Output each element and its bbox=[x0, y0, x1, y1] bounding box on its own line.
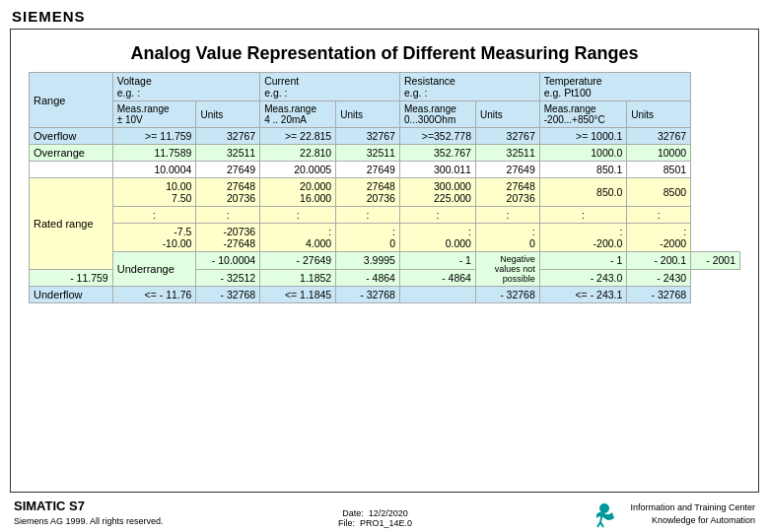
footer-left: SIMATIC S7 Siemens AG 1999. All rights r… bbox=[14, 498, 164, 528]
underflow-v-val: <= - 11.76 bbox=[112, 287, 196, 303]
underrange-r-negative: Negative values not possible bbox=[475, 252, 539, 287]
overrange-c-val: 22.810 bbox=[260, 145, 336, 162]
rated-r-dot-unit: : bbox=[475, 207, 539, 224]
overflow-r-val: >=352.778 bbox=[399, 128, 475, 145]
svg-line-3 bbox=[600, 522, 603, 527]
blank-t-val: 850.1 bbox=[539, 162, 627, 178]
siemens-logo: SIEMENS bbox=[12, 8, 86, 25]
underrange-c-val2: 1.1852 bbox=[260, 269, 336, 287]
overrange-t-val: 1000.0 bbox=[539, 145, 627, 162]
info-line1: Information and Training Center bbox=[630, 501, 755, 514]
rated-r-unit3: :0 bbox=[475, 224, 539, 252]
voltage-meas-header: Meas.range± 10V bbox=[112, 101, 196, 128]
rated-t-dot-unit: : bbox=[627, 207, 691, 224]
underrange-c-unit1: - 1 bbox=[399, 252, 475, 270]
temperature-header: Temperaturee.g. Pt100 bbox=[539, 73, 690, 101]
underrange-t-val1: - 200.1 bbox=[627, 252, 691, 270]
underflow-v-unit: - 32768 bbox=[196, 287, 260, 303]
svg-point-0 bbox=[599, 503, 609, 513]
rated-c-val3: :4.000 bbox=[260, 224, 336, 252]
overrange-v-val: 11.7589 bbox=[112, 145, 196, 162]
file-val: PRO1_14E.0 bbox=[360, 518, 412, 528]
rated-c-dot: : bbox=[260, 207, 336, 224]
temperature-units-header: Units bbox=[627, 101, 691, 128]
footer-logo-icon bbox=[587, 500, 622, 528]
rated-row1: Rated range 10.007.50 2764820736 20.0001… bbox=[30, 178, 740, 207]
page: SIEMENS Analog Value Representation of D… bbox=[0, 0, 769, 532]
footer-right-group: Information and Training Center Knowledg… bbox=[587, 500, 755, 528]
rated-c-unit3: :0 bbox=[336, 224, 400, 252]
rated-v-unit1: 2764820736 bbox=[196, 178, 260, 207]
blank-v-val: 10.0004 bbox=[112, 162, 196, 178]
rated-v-val3: -7.5-10.00 bbox=[112, 224, 196, 252]
blank-t-unit: 8501 bbox=[627, 162, 691, 178]
rated-c-dot-unit: : bbox=[336, 207, 400, 224]
underflow-r-val bbox=[399, 287, 475, 303]
overflow-row: Overflow >= 11.759 32767 >= 22.815 32767… bbox=[30, 128, 740, 145]
blank-r-unit: 27649 bbox=[475, 162, 539, 178]
file-row: File: PRO1_14E.0 bbox=[338, 518, 412, 528]
resistance-meas-header: Meas.range0...300Ohm bbox=[399, 101, 475, 128]
overflow-c-unit: 32767 bbox=[336, 128, 400, 145]
main-content: Analog Value Representation of Different… bbox=[10, 29, 759, 493]
range-header: Range bbox=[30, 73, 113, 128]
underrange-v-val2: - 11.759 bbox=[30, 269, 113, 287]
temperature-meas-header: Meas.range-200...+850°C bbox=[539, 101, 627, 128]
footer: SIMATIC S7 Siemens AG 1999. All rights r… bbox=[0, 493, 769, 532]
rated-t-dot: : bbox=[539, 207, 627, 224]
rated-t-unit3: :-2000 bbox=[627, 224, 691, 252]
overflow-v-val: >= 11.759 bbox=[112, 128, 196, 145]
voltage-units-header: Units bbox=[196, 101, 260, 128]
rated-t-val3: :-200.0 bbox=[539, 224, 627, 252]
overflow-t-val: >= 1000.1 bbox=[539, 128, 627, 145]
underflow-c-val: <= 1.1845 bbox=[260, 287, 336, 303]
rated-r-val1: 300.000225.000 bbox=[399, 178, 475, 207]
rated-v-val1: 10.007.50 bbox=[112, 178, 196, 207]
underflow-r-unit: - 32768 bbox=[475, 287, 539, 303]
rated-r-val3: :0.000 bbox=[399, 224, 475, 252]
rated-v-dot: : bbox=[112, 207, 196, 224]
underrange-v-unit2: - 32512 bbox=[196, 269, 260, 287]
rated-r-dot: : bbox=[399, 207, 475, 224]
measuring-table: Range Voltagee.g. : Currente.g. : Resist… bbox=[29, 72, 740, 303]
blank-c-unit: 27649 bbox=[336, 162, 400, 178]
rated-t-val1: 850.0 bbox=[539, 178, 627, 207]
underflow-label: Underflow bbox=[30, 287, 113, 303]
underrange-t-val2: - 243.0 bbox=[539, 269, 627, 287]
overrange-c-unit: 32511 bbox=[336, 145, 400, 162]
info-line2: Knowledge for Automation bbox=[630, 514, 755, 527]
blank-r-val: 300.011 bbox=[399, 162, 475, 178]
blank-row: 10.0004 27649 20.0005 27649 300.011 2764… bbox=[30, 162, 740, 178]
underrange-v-val1: - 10.0004 bbox=[196, 252, 260, 270]
resistance-header: Resistancee.g. : bbox=[399, 73, 539, 101]
rated-row2: : : : : : : : : bbox=[30, 207, 740, 224]
overrange-t-unit: 10000 bbox=[627, 145, 691, 162]
underrange-label: Underrange bbox=[112, 252, 196, 287]
overrange-r-unit: 32511 bbox=[475, 145, 539, 162]
underrange-r-unit2: - 4864 bbox=[399, 269, 475, 287]
current-units-header: Units bbox=[336, 101, 400, 128]
rated-v-unit3: -20736-27648 bbox=[196, 224, 260, 252]
footer-info: Information and Training Center Knowledg… bbox=[630, 501, 755, 526]
overrange-r-val: 352.767 bbox=[399, 145, 475, 162]
overflow-v-unit: 32767 bbox=[196, 128, 260, 145]
footer-center: Date: 12/2/2020 File: PRO1_14E.0 bbox=[338, 508, 412, 528]
overflow-c-val: >= 22.815 bbox=[260, 128, 336, 145]
underrange-t-unit2: - 2430 bbox=[627, 269, 691, 287]
rated-r-unit1: 2764820736 bbox=[475, 178, 539, 207]
overrange-v-unit: 32511 bbox=[196, 145, 260, 162]
underrange-c-unit2: - 4864 bbox=[336, 269, 400, 287]
rated-label: Rated range bbox=[30, 178, 113, 270]
underflow-row: Underflow <= - 11.76 - 32768 <= 1.1845 -… bbox=[30, 287, 740, 303]
overrange-label: Overrange bbox=[30, 145, 113, 162]
date-val: 12/2/2020 bbox=[369, 508, 408, 518]
date-row: Date: 12/2/2020 bbox=[338, 508, 412, 518]
resistance-units-header: Units bbox=[475, 101, 539, 128]
rated-t-unit1: 8500 bbox=[627, 178, 691, 207]
underrange-c-val1: 3.9995 bbox=[336, 252, 400, 270]
overrange-row: Overrange 11.7589 32511 22.810 32511 352… bbox=[30, 145, 740, 162]
underflow-t-val: <= - 243.1 bbox=[539, 287, 627, 303]
overflow-label: Overflow bbox=[30, 128, 113, 145]
blank-v-unit: 27649 bbox=[196, 162, 260, 178]
file-label: File: bbox=[338, 518, 355, 528]
